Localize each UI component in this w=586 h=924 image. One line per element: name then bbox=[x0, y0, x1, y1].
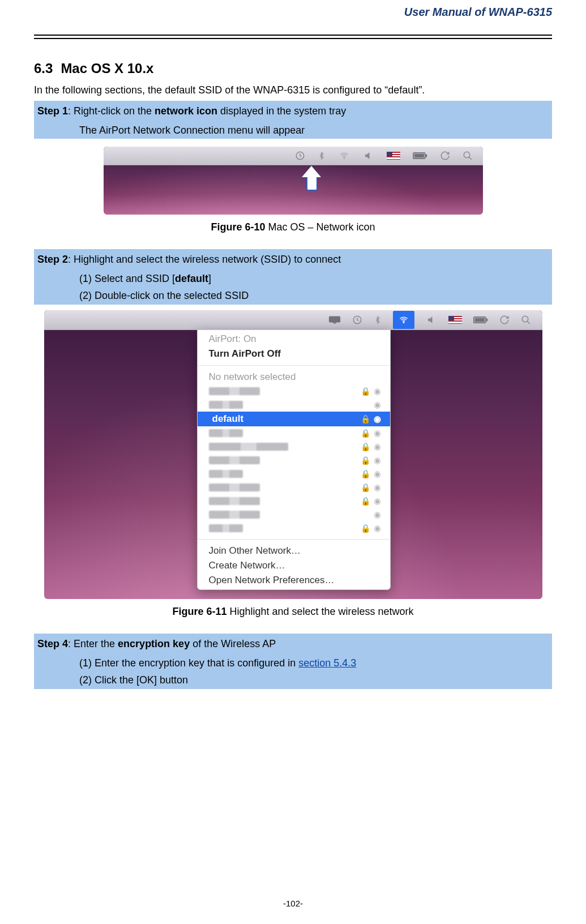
divider bbox=[198, 365, 390, 366]
blurred-ssid bbox=[209, 387, 260, 395]
figure-6-10-caption: Figure 6-10 Mac OS – Network icon bbox=[34, 221, 552, 233]
blurred-ssid bbox=[209, 443, 288, 451]
wifi-signal-icon: ◉ bbox=[374, 510, 381, 520]
svg-rect-3 bbox=[414, 154, 424, 158]
svg-point-13 bbox=[522, 316, 528, 322]
wifi-icon-active bbox=[393, 311, 414, 329]
lock-icon: 🔒 bbox=[361, 429, 370, 438]
lock-icon: 🔒 bbox=[361, 497, 370, 506]
time-machine-icon bbox=[352, 315, 362, 325]
section-title: Mac OS X 10.x bbox=[61, 61, 153, 76]
network-item[interactable]: 🔒◉ bbox=[198, 467, 390, 481]
step2-sub1-pre: (1) Select and SSID [ bbox=[79, 273, 175, 284]
wifi-signal-icon: ◉ bbox=[374, 414, 381, 424]
wifi-signal-icon: ◉ bbox=[374, 523, 381, 533]
step2-sub1-bold: default bbox=[175, 273, 208, 284]
page-number: -102- bbox=[0, 899, 586, 908]
wifi-signal-icon: ◉ bbox=[374, 482, 381, 493]
airport-dropdown: AirPort: On Turn AirPort Off No network … bbox=[197, 330, 391, 590]
wifi-signal-icon: ◉ bbox=[374, 400, 381, 410]
figure-6-11-caption: Figure 6-11 Highlight and select the wir… bbox=[34, 606, 552, 618]
sync-icon bbox=[440, 151, 450, 161]
network-item[interactable]: 🔒◉ bbox=[198, 440, 390, 454]
wifi-signal-icon: ◉ bbox=[374, 386, 381, 396]
figure-6-11: AirPort: On Turn AirPort Off No network … bbox=[44, 310, 542, 599]
wifi-icon bbox=[338, 151, 350, 161]
figure-6-10-label: Figure 6-10 bbox=[211, 221, 265, 233]
divider bbox=[198, 539, 390, 540]
step1-title: Step 1: Right-click on the network icon … bbox=[34, 101, 552, 122]
join-other-network[interactable]: Join Other Network… bbox=[198, 544, 390, 558]
step1-text-before: : Right-click on the bbox=[68, 105, 155, 117]
svg-point-5 bbox=[464, 152, 470, 158]
doc-header-title: User Manual of WNAP-6315 bbox=[34, 6, 552, 19]
lock-icon: 🔒 bbox=[361, 469, 370, 478]
network-item[interactable]: 🔒◉ bbox=[198, 384, 390, 398]
step2-label: Step 2 bbox=[37, 254, 68, 265]
step4-box: Step 4: Enter the encryption key of the … bbox=[34, 634, 552, 689]
lock-icon: 🔒 bbox=[361, 524, 370, 533]
network-item[interactable]: 🔒◉ bbox=[198, 481, 390, 494]
step2-text: : Highlight and select the wireless netw… bbox=[68, 254, 341, 265]
section-heading: 6.3Mac OS X 10.x bbox=[34, 61, 552, 76]
step4-label: Step 4 bbox=[37, 638, 68, 649]
blurred-ssid bbox=[209, 470, 243, 478]
blurred-ssid bbox=[209, 456, 260, 464]
display-icon bbox=[328, 315, 341, 324]
open-network-preferences[interactable]: Open Network Preferences… bbox=[198, 573, 390, 588]
network-item-selected[interactable]: default🔒◉ bbox=[198, 412, 390, 426]
lock-icon: 🔒 bbox=[361, 414, 370, 424]
step4-sub1: (1) Enter the encryption key that is con… bbox=[79, 654, 552, 672]
step1-bold: network icon bbox=[155, 105, 217, 117]
selected-ssid-label: default bbox=[212, 413, 244, 425]
wifi-signal-icon: ◉ bbox=[374, 496, 381, 506]
mac-menubar-large bbox=[44, 310, 542, 330]
network-item[interactable]: 🔒◉ bbox=[198, 426, 390, 440]
network-item[interactable]: 🔒◉ bbox=[198, 521, 390, 535]
figure-6-11-label: Figure 6-11 bbox=[172, 606, 226, 617]
svg-rect-12 bbox=[486, 318, 487, 321]
airport-status: AirPort: On bbox=[198, 332, 390, 346]
step4-text-after: of the Wireless AP bbox=[190, 638, 276, 649]
wifi-signal-icon: ◉ bbox=[374, 455, 381, 465]
figure-6-11-text: Highlight and select the wireless networ… bbox=[226, 606, 413, 617]
svg-rect-6 bbox=[328, 316, 340, 323]
network-item[interactable]: ◉ bbox=[198, 508, 390, 521]
section-number: 6.3 bbox=[34, 61, 53, 76]
wifi-signal-icon: ◉ bbox=[374, 442, 381, 452]
volume-icon bbox=[426, 315, 437, 325]
step1-sub: The AirPort Network Connection menu will… bbox=[79, 122, 552, 139]
svg-rect-11 bbox=[474, 318, 484, 322]
bluetooth-icon bbox=[318, 150, 326, 161]
network-item[interactable]: 🔒◉ bbox=[198, 494, 390, 508]
lock-icon: 🔒 bbox=[361, 387, 370, 396]
blurred-ssid bbox=[209, 511, 260, 519]
svg-rect-4 bbox=[425, 155, 427, 157]
mac-menubar-small bbox=[104, 147, 483, 165]
figure-6-10-text: Mac OS – Network icon bbox=[265, 221, 375, 233]
blurred-ssid bbox=[209, 484, 260, 491]
svg-point-1 bbox=[344, 158, 345, 159]
blurred-ssid bbox=[209, 524, 243, 532]
spotlight-icon bbox=[463, 151, 473, 161]
lock-icon: 🔒 bbox=[361, 483, 370, 492]
sync-icon bbox=[499, 315, 510, 325]
step1-box: Step 1: Right-click on the network icon … bbox=[34, 101, 552, 139]
turn-airport-off[interactable]: Turn AirPort Off bbox=[198, 346, 390, 361]
no-network-selected: No network selected bbox=[198, 370, 390, 384]
intro-paragraph: In the following sections, the default S… bbox=[34, 84, 552, 96]
network-item[interactable]: 🔒◉ bbox=[198, 454, 390, 467]
section-link[interactable]: section 5.4.3 bbox=[298, 657, 356, 669]
step2-sub1: (1) Select and SSID [default] bbox=[79, 270, 552, 288]
battery-icon bbox=[413, 152, 427, 160]
step4-bold: encryption key bbox=[118, 638, 190, 649]
step4-text-before: : Enter the bbox=[68, 638, 118, 649]
step2-sub2: (2) Double-click on the selected SSID bbox=[79, 287, 552, 305]
header-divider bbox=[34, 35, 552, 39]
network-item[interactable]: ◉ bbox=[198, 398, 390, 412]
step4-title: Step 4: Enter the encryption key of the … bbox=[34, 634, 552, 654]
figure-6-10 bbox=[104, 147, 483, 215]
battery-icon bbox=[473, 316, 488, 324]
create-network[interactable]: Create Network… bbox=[198, 558, 390, 573]
step4-sub1-pre: (1) Enter the encryption key that is con… bbox=[79, 657, 298, 669]
